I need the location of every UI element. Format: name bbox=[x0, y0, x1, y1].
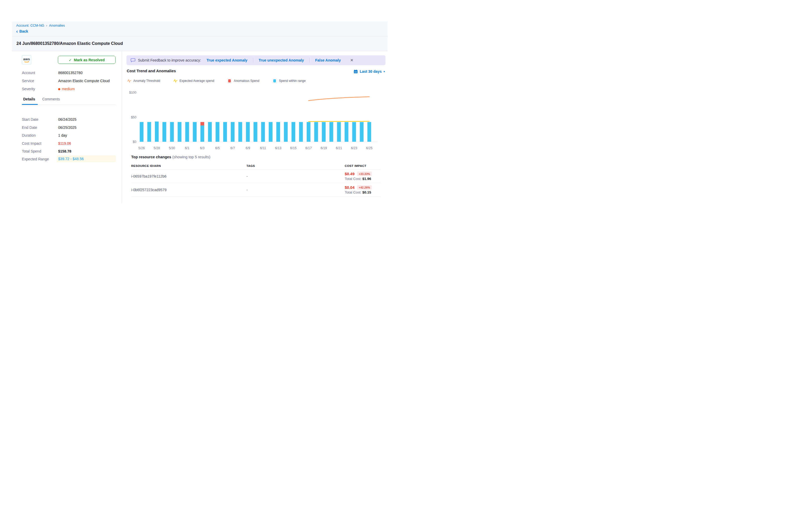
summary-row-account: Account 868001352780 bbox=[22, 70, 116, 76]
feedback-prompt: Submit Feedback to improve accuracy: bbox=[138, 58, 201, 62]
feedback-true-expected-button[interactable]: True expected Anomaly bbox=[207, 58, 247, 62]
cost-trend-chart[interactable]: $0$50$1005/265/285/306/16/36/56/76/96/11… bbox=[125, 88, 382, 153]
panel-divider bbox=[121, 51, 122, 204]
col-tags: TAGS bbox=[246, 164, 345, 167]
legend-item: Anomalous Spend bbox=[227, 78, 259, 83]
bar-6/8[interactable] bbox=[239, 122, 242, 142]
chevron-left-icon: ‹ bbox=[16, 30, 18, 33]
bar-6/25[interactable] bbox=[367, 122, 372, 142]
chart-title: Cost Trend and Anomalies bbox=[127, 69, 176, 73]
pulse-line-icon bbox=[127, 79, 131, 83]
severity-badge: medium bbox=[62, 87, 75, 91]
bar-6/1[interactable] bbox=[185, 122, 189, 142]
mark-as-resolved-button[interactable]: ✓ Mark as Resolved bbox=[58, 56, 116, 64]
legend-swatch-icon bbox=[227, 78, 232, 83]
x-axis-tick: 5/30 bbox=[169, 146, 175, 150]
bar-6/9[interactable] bbox=[246, 122, 250, 142]
bar-6/6[interactable] bbox=[223, 122, 227, 142]
feedback-true-unexpected-button[interactable]: True unexpected Anomaly bbox=[259, 58, 304, 62]
bar-6/3[interactable] bbox=[201, 126, 205, 141]
bar-6/24[interactable] bbox=[360, 122, 364, 142]
col-cost-impact: COST IMPACT bbox=[345, 164, 381, 167]
bar-5/26[interactable] bbox=[140, 122, 144, 142]
bar-6/5[interactable] bbox=[216, 122, 220, 142]
x-axis-tick: 6/21 bbox=[336, 146, 342, 150]
date-range-label: Last 30 days bbox=[360, 69, 382, 74]
x-axis-tick: 6/9 bbox=[246, 146, 250, 150]
legend-item: Spend within range bbox=[272, 78, 306, 83]
detail-tabs: Details Comments bbox=[22, 97, 116, 105]
check-icon: ✓ bbox=[69, 58, 72, 62]
legend-label: Spend within range bbox=[279, 79, 306, 83]
resource-tags: - bbox=[246, 174, 345, 178]
bar-6/12[interactable] bbox=[269, 122, 272, 142]
bar-6/15[interactable] bbox=[291, 122, 296, 142]
bar-5/27[interactable] bbox=[147, 122, 151, 142]
bar-5/28[interactable] bbox=[155, 121, 159, 141]
total-cost: Total Cost: $0.15 bbox=[345, 190, 381, 194]
x-axis-tick: 6/15 bbox=[290, 146, 297, 150]
resource-tags: - bbox=[246, 188, 345, 192]
cost-impact-cell: $0.49+33.33%Total Cost: $1.96 bbox=[345, 172, 381, 181]
chart-legend: Anomaly ThresholdExpected Average spendA… bbox=[127, 78, 306, 83]
close-icon[interactable]: ✕ bbox=[350, 58, 354, 62]
detail-row-end-date: End Date 06/25/2025 bbox=[22, 124, 116, 131]
bar-6/23[interactable] bbox=[352, 122, 356, 142]
bar-6/19[interactable] bbox=[322, 122, 326, 142]
bar-6/20[interactable] bbox=[329, 122, 333, 142]
bar-6/11[interactable] bbox=[261, 122, 265, 142]
severity-dot-icon bbox=[58, 88, 60, 90]
back-button[interactable]: ‹ Back bbox=[16, 29, 387, 33]
aws-smile-icon bbox=[24, 60, 30, 62]
breadcrumb-account-link[interactable]: Account: CCM-NG bbox=[16, 23, 44, 27]
resource-id: i-06597ba197fe112b6 bbox=[131, 174, 246, 178]
total-spend-value: $158.78 bbox=[58, 149, 72, 153]
bar-6/7[interactable] bbox=[231, 122, 235, 142]
anomalous-bar-6/3[interactable] bbox=[201, 122, 205, 126]
expected-average-line bbox=[308, 121, 369, 121]
x-axis-tick: 6/13 bbox=[275, 146, 281, 150]
title-band: 24 Jun/868001352780/Amazon Elastic Compu… bbox=[12, 36, 387, 51]
detail-row-start-date: Start Date 06/24/2025 bbox=[22, 116, 116, 123]
x-axis-tick: 6/17 bbox=[305, 146, 312, 150]
bar-6/22[interactable] bbox=[344, 122, 348, 142]
bar-6/4[interactable] bbox=[208, 122, 212, 142]
chat-bubble-icon bbox=[131, 58, 136, 62]
x-axis-tick: 5/26 bbox=[138, 146, 145, 150]
bar-5/30[interactable] bbox=[170, 122, 174, 142]
legend-label: Anomalous Spend bbox=[234, 79, 259, 83]
page-title: 24 Jun/868001352780/Amazon Elastic Compu… bbox=[16, 41, 123, 46]
tab-details[interactable]: Details bbox=[23, 97, 35, 104]
x-axis-tick: 6/11 bbox=[260, 146, 266, 150]
bar-6/18[interactable] bbox=[314, 122, 318, 142]
bar-5/31[interactable] bbox=[177, 122, 182, 142]
bar-6/14[interactable] bbox=[284, 122, 288, 142]
anomaly-threshold-line bbox=[308, 97, 369, 101]
bar-6/21[interactable] bbox=[337, 122, 341, 142]
x-axis-tick: 6/25 bbox=[366, 146, 373, 150]
bar-6/10[interactable] bbox=[253, 122, 258, 142]
resource-cost-impact: $0.49 bbox=[345, 172, 355, 176]
resource-id: i-0b6f257223cad9579 bbox=[131, 188, 246, 192]
resource-table-title: Top resource changes (showing top 5 resu… bbox=[131, 155, 210, 159]
change-percent-badge: +42.26% bbox=[357, 185, 372, 190]
bar-6/13[interactable] bbox=[277, 122, 280, 142]
bar-6/16[interactable] bbox=[299, 122, 303, 142]
cost-trend-svg[interactable]: $0$50$1005/265/285/306/16/36/56/76/96/11… bbox=[125, 88, 382, 153]
detail-row-expected-range: $39.72 - $48.56 bbox=[57, 155, 116, 162]
bar-5/29[interactable] bbox=[163, 122, 166, 142]
feedback-false-anomaly-button[interactable]: False Anomaly bbox=[315, 58, 341, 62]
breadcrumb: Account: CCM-NG › Anomalies bbox=[16, 23, 387, 27]
detail-row-duration: Duration 1 day bbox=[22, 132, 116, 139]
breadcrumb-anomalies-link[interactable]: Anomalies bbox=[49, 23, 65, 27]
detail-row-total-spend: Total Spend $158.78 bbox=[22, 148, 116, 155]
date-range-dropdown[interactable]: Last 30 days ▾ bbox=[354, 69, 385, 74]
bar-6/17[interactable] bbox=[307, 122, 310, 142]
tab-comments[interactable]: Comments bbox=[42, 97, 60, 104]
resource-cost-impact: $0.04 bbox=[345, 185, 355, 190]
calendar-icon bbox=[354, 69, 358, 74]
table-row: i-06597ba197fe112b6-$0.49+33.33%Total Co… bbox=[131, 170, 381, 183]
table-header-row: RESOURCE ID/ARN TAGS COST IMPACT bbox=[131, 162, 381, 170]
legend-swatch-icon bbox=[272, 78, 277, 83]
bar-6/2[interactable] bbox=[193, 122, 197, 142]
